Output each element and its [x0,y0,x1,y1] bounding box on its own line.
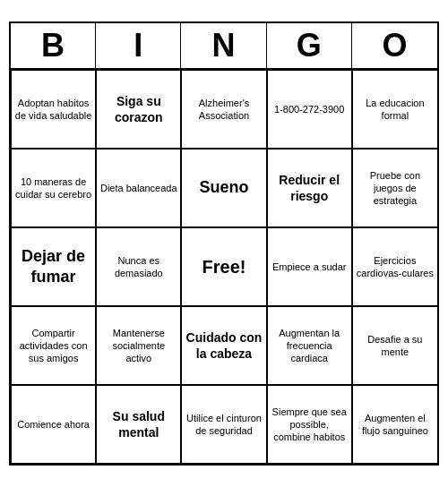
bingo-cell-9: Pruebe con juegos de estrategia [352,149,437,227]
bingo-cell-17: Cuidado con la cabeza [181,306,266,385]
bingo-cell-16: Mantenerse socialmente activo [96,306,181,385]
bingo-cell-22: Utilice el cinturon de seguridad [181,385,266,464]
bingo-cell-7: Sueno [181,149,266,227]
bingo-cell-0: Adoptan habitos de vida saludable [11,70,96,149]
bingo-header: BINGO [11,23,437,70]
bingo-cell-8: Reducir el riesgo [267,149,352,227]
header-letter-i: I [96,23,181,68]
bingo-cell-14: Ejercicios cardiovas-culares [352,227,437,306]
bingo-cell-11: Nunca es demasiado [96,227,181,306]
bingo-cell-21: Su salud mental [96,385,181,464]
bingo-cell-12: Free! [181,227,266,306]
bingo-cell-10: Dejar de fumar [11,227,96,306]
header-letter-n: N [181,23,266,68]
bingo-cell-24: Augmenten el flujo sanguineo [352,385,437,464]
bingo-cell-3: 1-800-272-3900 [267,70,352,149]
bingo-cell-18: Augmentan la frecuencia cardiaca [267,306,352,385]
bingo-cell-2: Alzheimer's Association [181,70,266,149]
header-letter-g: G [267,23,352,68]
header-letter-b: B [11,23,96,68]
bingo-cell-1: Siga su corazon [96,70,181,149]
bingo-cell-6: Dieta balanceada [96,149,181,227]
header-letter-o: O [352,23,437,68]
bingo-grid: Adoptan habitos de vida saludableSiga su… [11,70,437,464]
bingo-cell-15: Compartir actividades con sus amigos [11,306,96,385]
bingo-cell-13: Empiece a sudar [267,227,352,306]
bingo-cell-23: Siempre que sea possible, combine habito… [267,385,352,464]
bingo-cell-19: Desafie a su mente [352,306,437,385]
bingo-card: BINGO Adoptan habitos de vida saludableS… [9,21,439,466]
bingo-cell-5: 10 maneras de cuidar su cerebro [11,149,96,227]
bingo-cell-4: La educacion formal [352,70,437,149]
bingo-cell-20: Comience ahora [11,385,96,464]
